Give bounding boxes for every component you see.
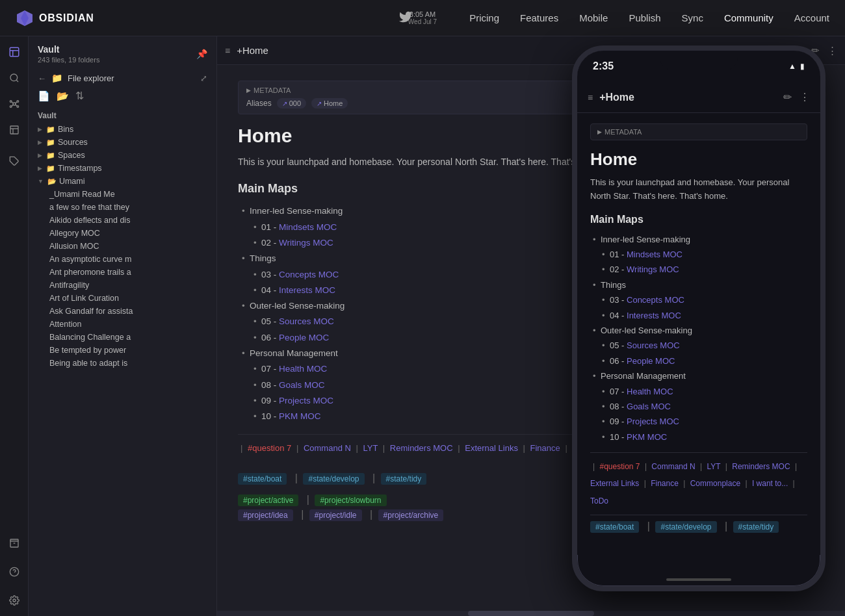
phone-content[interactable]: ▶ METADATA Home This is your launchpad a… <box>577 113 820 555</box>
folder-bins[interactable]: ▶ 📁 Bins <box>29 123 216 136</box>
link-mindsets-moc[interactable]: Mindsets MOC <box>279 222 337 232</box>
file-being-able[interactable]: Being able to adapt is <box>35 357 216 370</box>
link-pkm-moc[interactable]: PKM MOC <box>279 411 321 421</box>
phone-link-projects[interactable]: Projects MOC <box>627 417 679 426</box>
project-slowburn[interactable]: #project/slowburn <box>315 494 386 506</box>
rail-icon-bookmark[interactable] <box>6 122 22 138</box>
editor-tab-title[interactable]: +Home <box>237 45 268 56</box>
phone-pencil-icon[interactable]: ✏ <box>783 91 792 103</box>
project-archive[interactable]: #project/archive <box>378 509 444 521</box>
rail-icon-files[interactable] <box>6 44 22 60</box>
tag-lyt[interactable]: LYT <box>363 443 378 453</box>
file-attention[interactable]: Attention <box>35 318 216 331</box>
scrollbar-thumb[interactable] <box>468 611 593 616</box>
folder-sources[interactable]: ▶ 📁 Sources <box>29 136 216 149</box>
nav-publish[interactable]: Publish <box>629 12 660 23</box>
phone-state-tidy[interactable]: #state/tidy <box>733 521 779 533</box>
editor-hamburger[interactable]: ≡ <box>225 45 230 56</box>
phone-tag-commonplace[interactable]: Commonplace <box>690 479 740 488</box>
file-allegory[interactable]: Allegory MOC <box>35 227 216 240</box>
tag-command-n[interactable]: Command N <box>304 443 351 453</box>
file-umami-readme[interactable]: _Umami Read Me <box>35 188 216 201</box>
phone-state-develop[interactable]: #state/develop <box>655 521 716 533</box>
phone-tag-finance[interactable]: Finance <box>651 479 679 488</box>
link-writings-moc[interactable]: Writings MOC <box>279 238 333 248</box>
svg-rect-15 <box>10 126 18 134</box>
rail-icon-archive[interactable] <box>6 535 22 551</box>
nav-account[interactable]: Account <box>794 12 829 23</box>
phone-link-health[interactable]: Health MOC <box>627 387 673 396</box>
new-file-btn[interactable]: 📄 <box>38 90 50 102</box>
file-ant[interactable]: Ant pheromone trails a <box>35 266 216 279</box>
tag-finance[interactable]: Finance <box>530 443 560 453</box>
project-active[interactable]: #project/active <box>238 494 298 506</box>
rail-icon-help[interactable] <box>6 564 22 580</box>
link-concepts-moc[interactable]: Concepts MOC <box>279 270 339 279</box>
nav-sync[interactable]: Sync <box>682 12 703 23</box>
nav-community[interactable]: Community <box>724 12 774 23</box>
phone-link-goals[interactable]: Goals MOC <box>627 402 671 411</box>
file-be-tempted[interactable]: Be tempted by power <box>35 344 216 357</box>
sort-btn[interactable]: ⇅ <box>75 90 84 102</box>
phone-tag-external-links[interactable]: External Links <box>590 479 639 488</box>
file-link-curation[interactable]: Art of Link Curation <box>35 292 216 305</box>
more-options-icon[interactable]: ⋮ <box>827 45 837 57</box>
tag-reminders-moc[interactable]: Reminders MOC <box>390 443 453 453</box>
nav-features[interactable]: Features <box>520 12 558 23</box>
link-sources-moc[interactable]: Sources MOC <box>279 316 334 326</box>
phone-tag-i-want-to[interactable]: I want to... <box>752 479 788 488</box>
state-develop[interactable]: #state/develop <box>303 473 364 485</box>
tag-question[interactable]: #question 7 <box>248 443 291 453</box>
link-goals-moc[interactable]: Goals MOC <box>279 380 325 390</box>
rail-icon-graph[interactable] <box>6 96 22 112</box>
phone-home-indicator[interactable] <box>666 578 731 581</box>
back-icon[interactable]: ← <box>38 73 46 83</box>
link-interests-moc[interactable]: Interests MOC <box>279 285 335 295</box>
new-folder-btn[interactable]: 📂 <box>57 90 69 102</box>
phone-dots-icon[interactable]: ⋮ <box>800 91 810 103</box>
nav-mobile[interactable]: Mobile <box>579 12 608 23</box>
link-projects-moc[interactable]: Projects MOC <box>279 396 333 405</box>
project-idea[interactable]: #project/idea <box>238 509 293 521</box>
file-balancing[interactable]: Balancing Challenge a <box>35 331 216 344</box>
folder-spaces[interactable]: ▶ 📁 Spaces <box>29 149 216 162</box>
phone-tag-reminders[interactable]: Reminders MOC <box>732 462 790 471</box>
phone-tag-question[interactable]: #question 7 <box>599 462 640 471</box>
phone-tag-todo[interactable]: ToDo <box>590 496 608 506</box>
folder-umami[interactable]: ▼ 📂 Umami <box>29 175 216 188</box>
rail-icon-tags[interactable] <box>6 153 22 169</box>
phone-link-mindsets[interactable]: Mindsets MOC <box>627 250 682 259</box>
phone-tag-lyt[interactable]: LYT <box>707 462 721 471</box>
state-boat[interactable]: #state/boat <box>238 473 287 485</box>
tag-external-links[interactable]: External Links <box>465 443 518 453</box>
navbar-time: 3:05 AM <box>410 10 436 18</box>
phone-hamburger-icon[interactable]: ≡ <box>588 92 593 103</box>
folder-timestamps[interactable]: ▶ 📁 Timestamps <box>29 162 216 175</box>
navbar-logo[interactable]: OBSIDIAN <box>16 9 94 27</box>
file-aikido[interactable]: Aikido deflects and dis <box>35 214 216 227</box>
file-allusion[interactable]: Allusion MOC <box>35 240 216 253</box>
rail-icon-settings[interactable] <box>6 593 22 608</box>
phone-tag-command-n[interactable]: Command N <box>651 462 695 471</box>
project-idle[interactable]: #project/idle <box>309 509 362 521</box>
phone-link-people[interactable]: People MOC <box>627 356 675 366</box>
phone-state-boat[interactable]: #state/boat <box>590 521 639 533</box>
nav-pricing[interactable]: Pricing <box>469 12 499 23</box>
phone-link-pkm[interactable]: PKM MOC <box>627 432 667 442</box>
state-tidy[interactable]: #state/tidy <box>381 473 427 485</box>
file-asymptotic[interactable]: An asymptotic curve m <box>35 253 216 266</box>
link-people-moc[interactable]: People MOC <box>279 333 329 342</box>
expand-icon[interactable]: ⤢ <box>200 73 207 83</box>
file-ask-gandalf[interactable]: Ask Gandalf for assista <box>35 305 216 318</box>
file-antifragility[interactable]: Antifragility <box>35 279 216 292</box>
twitter-icon[interactable] <box>398 10 413 24</box>
phone-link-concepts[interactable]: Concepts MOC <box>627 295 684 305</box>
pin-icon[interactable]: 📌 <box>196 49 207 59</box>
phone-link-interests[interactable]: Interests MOC <box>627 311 681 320</box>
file-few-so-free[interactable]: a few so free that they <box>35 201 216 214</box>
phone-link-sources[interactable]: Sources MOC <box>627 340 680 350</box>
phone-link-writings[interactable]: Writings MOC <box>627 264 679 274</box>
rail-icon-search[interactable] <box>6 70 22 86</box>
link-health-moc[interactable]: Health MOC <box>279 364 327 374</box>
editor-horizontal-scrollbar[interactable] <box>217 611 845 616</box>
